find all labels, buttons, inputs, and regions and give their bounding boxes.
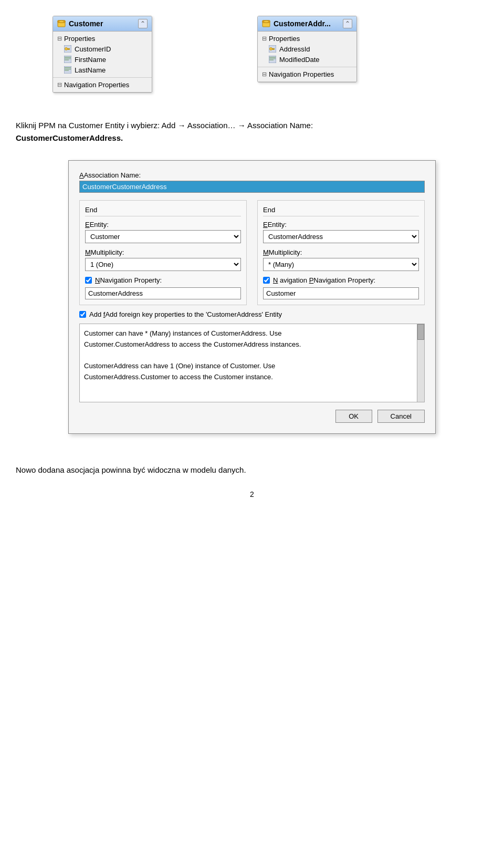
customer-id-key-icon [64, 45, 72, 53]
svg-rect-26 [269, 58, 276, 59]
customer-address-properties-label: Properties [269, 35, 300, 43]
customer-entity-title: Customer ⌃ [53, 16, 152, 32]
cancel-button[interactable]: Cancel [377, 410, 425, 423]
bottom-text: Nowo dodana asocjacja powinna być widocz… [16, 465, 488, 474]
dialog-buttons: OK Cancel [79, 410, 425, 423]
svg-rect-11 [65, 60, 69, 61]
customer-address-entity-name: CustomerAddr... [274, 19, 331, 28]
customer-id-name: CustomerID [75, 45, 111, 53]
diagrams-area: Customer ⌃ ⊟ Properties Cus [0, 0, 504, 109]
modified-date-name: ModifiedDate [279, 56, 320, 64]
association-name-label: AAssociation Name: [79, 171, 425, 179]
svg-rect-10 [65, 58, 71, 59]
end1-nav-label: NNavigation Property: [95, 276, 162, 284]
end1-entity-label: EEntity: [85, 221, 241, 228]
end2-multiplicity-label: MMultiplicity: [263, 248, 419, 256]
svg-rect-7 [68, 49, 69, 50]
end1-entity-select[interactable]: Customer [85, 230, 241, 243]
svg-point-4 [65, 48, 68, 50]
customer-lastname-name: LastName [75, 66, 106, 74]
customer-address-properties-section: ⊟ Properties AddressId [258, 32, 356, 67]
svg-rect-27 [269, 60, 274, 61]
end1-multiplicity-label: MMultiplicity: [85, 248, 241, 256]
end2-entity-label: EEntity: [263, 221, 419, 228]
description-text: Customer can have * (Many) instances of … [84, 328, 420, 383]
customer-collapse-btn[interactable]: ⌃ [138, 19, 148, 28]
end2-nav-checkbox[interactable] [263, 277, 270, 284]
end2-multiplicity-select[interactable]: * (Many) [263, 258, 419, 271]
svg-rect-9 [65, 57, 71, 58]
customer-address-entity-box: CustomerAddr... ⌃ ⊟ Properties [257, 16, 357, 82]
svg-rect-25 [269, 57, 276, 58]
instruction-text: Kliknij PPM na Customer Entity i wybierz… [16, 119, 488, 144]
customer-id-property: CustomerID [53, 44, 152, 54]
association-dialog: AAssociation Name: End EEntity: Customer… [68, 160, 436, 434]
customer-nav-label: Navigation Properties [64, 81, 129, 89]
end2-column: End EEntity: CustomerAddress MMultiplici… [257, 200, 425, 305]
instruction-bold: CustomerCustomerAddress. [16, 133, 123, 142]
svg-point-2 [59, 20, 64, 23]
customer-firstname-property: FirstName [53, 54, 152, 65]
svg-point-18 [264, 20, 269, 23]
end1-nav-property-row: NNavigation Property: [85, 276, 241, 284]
customer-entity-box: Customer ⌃ ⊟ Properties Cus [52, 16, 152, 93]
end1-nav-checkbox[interactable] [85, 277, 92, 284]
page-number: 2 [0, 485, 504, 504]
scrollbar-thumb [417, 324, 424, 340]
customer-address-entity-title: CustomerAddr... ⌃ [258, 16, 356, 32]
end1-title: End [85, 206, 241, 216]
end1-nav-property-input[interactable] [85, 287, 241, 299]
address-id-name: AddressId [279, 45, 310, 53]
svg-rect-14 [65, 69, 71, 70]
description-box: Customer can have * (Many) instances of … [79, 324, 425, 402]
end1-multiplicity-select[interactable]: 1 (One) [85, 258, 241, 271]
modified-date-icon [268, 55, 277, 64]
customer-entity-name: Customer [69, 19, 103, 28]
end2-title: End [263, 206, 419, 216]
description-scrollbar[interactable] [417, 324, 424, 402]
customer-address-collapse-btn[interactable]: ⌃ [343, 19, 352, 28]
end1-column: End EEntity: Customer MMultiplicity: 1 (… [79, 200, 247, 305]
association-name-group: AAssociation Name: [79, 171, 425, 193]
svg-rect-15 [65, 70, 69, 71]
customer-lastname-icon [64, 66, 72, 74]
end2-nav-property-input[interactable] [263, 287, 419, 299]
ok-button[interactable]: OK [335, 410, 372, 423]
foreign-key-checkbox[interactable] [79, 311, 86, 318]
end2-entity-select[interactable]: CustomerAddress [263, 230, 419, 243]
customer-properties-section: ⊟ Properties CustomerID [53, 32, 152, 78]
modified-date-property: ModifiedDate [258, 54, 356, 65]
svg-rect-13 [65, 67, 71, 68]
address-id-key-icon [268, 45, 277, 53]
customer-entity-icon [57, 19, 66, 28]
svg-rect-6 [69, 49, 70, 50]
end2-nav-property-row: N avigation PNavigation Property: [263, 276, 419, 284]
customer-address-nav-section: ⊟ Navigation Properties [258, 67, 356, 82]
bottom-text-area: Nowo dodana asocjacja powinna być widocz… [0, 444, 504, 485]
foreign-key-row: Add fAdd foreign key properties to the '… [79, 310, 425, 318]
customer-firstname-name: FirstName [75, 56, 106, 64]
address-id-property: AddressId [258, 44, 356, 54]
customer-address-entity-icon [262, 19, 270, 28]
foreign-key-label: Add fAdd foreign key properties to the '… [89, 310, 282, 318]
end-columns: End EEntity: Customer MMultiplicity: 1 (… [79, 200, 425, 305]
svg-rect-23 [272, 49, 274, 50]
customer-address-nav-label: Navigation Properties [269, 70, 334, 78]
customer-properties-label: Properties [64, 35, 95, 43]
instruction-area: Kliknij PPM na Customer Entity i wybierz… [0, 109, 504, 150]
association-name-input[interactable] [79, 181, 425, 193]
customer-lastname-property: LastName [53, 65, 152, 75]
svg-rect-22 [274, 49, 275, 50]
end2-nav-label: N avigation PNavigation Property: [273, 276, 375, 284]
customer-nav-section: ⊟ Navigation Properties [53, 78, 152, 92]
svg-point-20 [270, 48, 272, 50]
customer-firstname-icon [64, 55, 72, 64]
